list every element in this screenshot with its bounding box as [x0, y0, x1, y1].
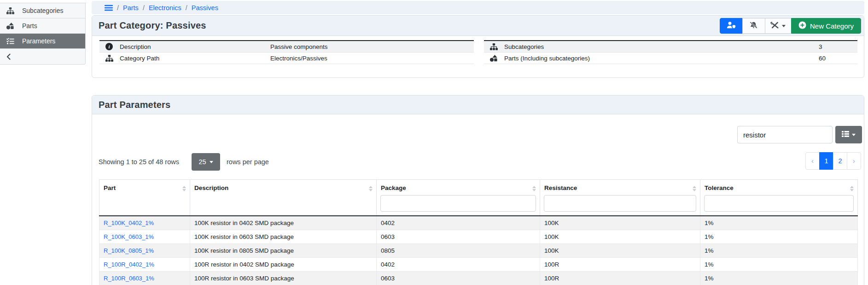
- description-cell: 100K resistor in 0402 SMD package: [190, 216, 377, 230]
- info-row-category-path: Category Path Electronics/Passives: [99, 53, 474, 64]
- table-list-icon: [842, 131, 849, 138]
- list-check-icon: [6, 38, 22, 44]
- section-title: Part Parameters: [99, 100, 170, 110]
- sidebar-collapse-button[interactable]: [0, 49, 85, 64]
- resistance-cell: 100K: [540, 230, 700, 243]
- sidebar-list: SubcategoriesPartsParameters: [0, 3, 85, 64]
- package-cell: 0402: [377, 257, 540, 271]
- filter-input-resistance[interactable]: [544, 195, 696, 212]
- column-header-part[interactable]: Part: [99, 180, 190, 216]
- breadcrumb: / Parts / Electronics / Passives: [92, 1, 864, 14]
- column-header-package[interactable]: Package: [377, 180, 540, 216]
- package-cell: 0603: [377, 271, 540, 285]
- description-cell: 100K resistor in 0603 SMD package: [190, 230, 377, 243]
- sidebar-item-subcategories[interactable]: Subcategories: [0, 3, 85, 18]
- table-row: R_100R_0402_1%100R resistor in 0402 SMD …: [99, 257, 858, 271]
- page-1-button[interactable]: 1: [819, 152, 833, 170]
- sitemap-icon: [489, 43, 498, 50]
- table-row: R_100K_0805_1%100K resistor in 0805 SMD …: [99, 243, 858, 257]
- sort-icon[interactable]: [693, 186, 696, 191]
- new-category-button[interactable]: New Category: [791, 18, 861, 34]
- part-link[interactable]: R_100K_0603_1%: [104, 233, 154, 240]
- parameters-card: Part Parameters Showing 1 to 25 of 48 ro…: [92, 95, 864, 285]
- chevron-left-icon: [6, 53, 22, 60]
- part-link[interactable]: R_100R_0603_1%: [104, 275, 154, 282]
- pagination: ‹ 1 2 ›: [805, 152, 861, 170]
- page-title: Part Category: Passives: [99, 20, 206, 31]
- breadcrumb-link-passives[interactable]: Passives: [192, 4, 218, 12]
- info-row-parts-count: Parts (Including subcategories) 60: [484, 53, 857, 64]
- parameters-table-head-row: PartDescriptionPackageResistanceToleranc…: [99, 180, 858, 216]
- columns-view-dropdown-button[interactable]: [835, 126, 862, 143]
- category-card-header: Part Category: Passives New Category: [92, 16, 864, 36]
- breadcrumb-link-electronics[interactable]: Electronics: [149, 4, 181, 12]
- column-header-description[interactable]: Description: [190, 180, 377, 216]
- showing-rows-text: Showing 1 to 25 of 48 rows: [99, 153, 179, 171]
- table-row: R_100K_0402_1%100K resistor in 0402 SMD …: [99, 216, 858, 230]
- shapes-icon: [6, 23, 22, 30]
- bell-slash-icon: [749, 22, 758, 30]
- tolerance-cell: 1%: [700, 216, 858, 230]
- sidebar-item-parameters[interactable]: Parameters: [0, 34, 85, 49]
- user-shield-icon: [727, 22, 736, 30]
- info-circle-icon: i: [105, 43, 114, 50]
- column-header-tolerance[interactable]: Tolerance: [700, 180, 858, 216]
- prev-page-button[interactable]: ‹: [805, 152, 820, 170]
- part-link[interactable]: R_100K_0402_1%: [104, 220, 154, 226]
- breadcrumb-link-parts[interactable]: Parts: [123, 4, 139, 12]
- sort-icon[interactable]: [532, 186, 536, 191]
- part-link[interactable]: R_100K_0805_1%: [104, 247, 154, 254]
- screwdriver-wrench-icon: [770, 22, 779, 30]
- sitemap-icon: [6, 7, 22, 14]
- filter-input-tolerance[interactable]: [704, 195, 854, 212]
- package-cell: 0603: [377, 230, 540, 243]
- sort-icon[interactable]: [182, 186, 186, 191]
- package-cell: 0805: [377, 243, 540, 257]
- table-row: R_100R_0603_1%100R resistor in 0603 SMD …: [99, 271, 858, 285]
- shapes-icon: [489, 55, 498, 62]
- description-cell: 100R resistor in 0402 SMD package: [190, 257, 377, 271]
- column-header-resistance[interactable]: Resistance: [540, 180, 700, 216]
- menu-icon[interactable]: [105, 5, 113, 11]
- sitemap-icon: [105, 55, 114, 62]
- disable-notifications-button[interactable]: [742, 18, 765, 34]
- sidebar-item-parts[interactable]: Parts: [0, 18, 85, 34]
- resistance-cell: 100R: [540, 271, 700, 285]
- table-row: R_100K_0603_1%100K resistor in 0603 SMD …: [99, 230, 858, 243]
- resistance-cell: 100K: [540, 243, 700, 257]
- caret-down-icon: [782, 25, 786, 27]
- resistance-cell: 100R: [540, 257, 700, 271]
- parameters-card-header: Part Parameters: [92, 95, 864, 114]
- tolerance-cell: 1%: [700, 271, 858, 285]
- tolerance-cell: 1%: [700, 243, 858, 257]
- sort-icon[interactable]: [850, 186, 854, 191]
- resistance-cell: 100K: [540, 216, 700, 230]
- description-cell: 100K resistor in 0805 SMD package: [190, 243, 377, 257]
- description-cell: 100R resistor in 0603 SMD package: [190, 271, 377, 285]
- search-input[interactable]: [737, 126, 833, 143]
- rows-per-page-label: rows per page: [227, 153, 269, 171]
- page-size-dropdown[interactable]: 25: [192, 153, 220, 171]
- caret-down-icon: [852, 134, 856, 136]
- page-2-button[interactable]: 2: [833, 152, 847, 170]
- next-page-button[interactable]: ›: [847, 152, 861, 170]
- plus-circle-icon: [798, 21, 806, 30]
- caret-down-icon: [210, 161, 213, 163]
- part-link[interactable]: R_100R_0402_1%: [104, 261, 154, 268]
- category-toolbar: New Category: [720, 18, 861, 34]
- parameters-table: PartDescriptionPackageResistanceToleranc…: [99, 179, 858, 285]
- info-row-subcategories: Subcategories 3: [484, 41, 857, 53]
- sort-icon[interactable]: [369, 186, 373, 191]
- sidebar: SubcategoriesPartsParameters: [0, 3, 86, 65]
- category-card: Part Category: Passives New Category i D…: [92, 15, 864, 78]
- parameters-table-body: R_100K_0402_1%100K resistor in 0402 SMD …: [99, 216, 858, 285]
- category-info-table: i Description Passive components Categor…: [99, 40, 474, 64]
- info-row-description: i Description Passive components: [99, 41, 474, 53]
- filter-input-package[interactable]: [380, 195, 536, 212]
- permissions-button[interactable]: [720, 18, 743, 34]
- tolerance-cell: 1%: [700, 230, 858, 243]
- category-stats-table: Subcategories 3 Parts (Including subcate…: [484, 40, 857, 64]
- tolerance-cell: 1%: [700, 257, 858, 271]
- tools-dropdown-button[interactable]: [765, 18, 792, 34]
- package-cell: 0402: [377, 216, 540, 230]
